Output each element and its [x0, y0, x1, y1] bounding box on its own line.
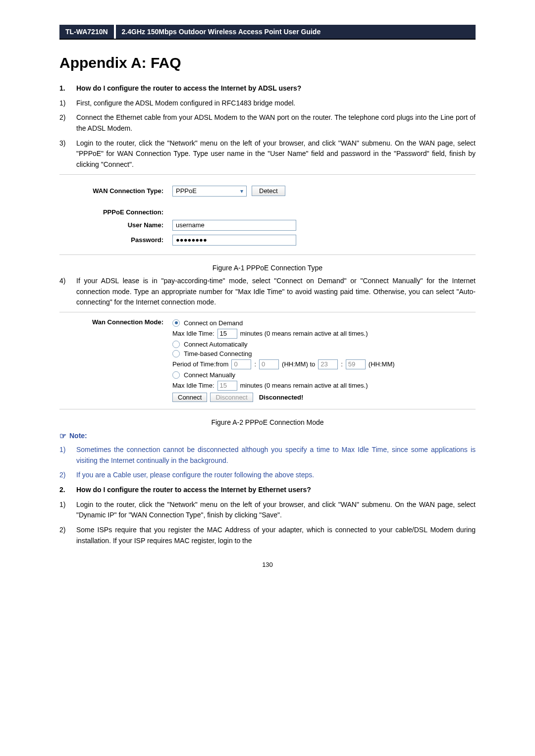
idle-suffix: minutes (0 means remain active at all ti… — [240, 382, 368, 389]
screenshot-pppoe-type: WAN Connection Type: PPPoE ▾ Detect PPPo… — [59, 174, 476, 255]
opt-label: Connect Automatically — [184, 341, 248, 348]
period-to-mm[interactable]: 59 — [346, 359, 366, 369]
figure-caption: Figure A-2 PPPoE Connection Mode — [59, 418, 476, 426]
disconnect-button[interactable]: Disconnect — [210, 393, 253, 402]
hhmm: (HH:MM) — [369, 360, 395, 368]
radio-time-based[interactable] — [172, 350, 180, 357]
radio-connect-on-demand[interactable] — [172, 319, 180, 327]
q2-num: 2. — [59, 485, 76, 496]
idle-suffix: minutes (0 means remain active at all ti… — [240, 330, 368, 337]
note-num: 2) — [59, 470, 76, 481]
username-label: User Name: — [64, 221, 172, 229]
radio-connect-auto[interactable] — [172, 341, 180, 348]
note-text: Sometimes the connection cannot be disco… — [76, 445, 476, 466]
page-header: TL-WA7210N 2.4GHz 150Mbps Outdoor Wirele… — [59, 25, 476, 40]
conn-mode-label: Wan Connection Mode: — [64, 317, 172, 404]
step-num: 3) — [59, 138, 76, 170]
wan-type-select[interactable]: PPPoE ▾ — [172, 186, 247, 197]
opt-label: Connect on Demand — [184, 319, 243, 327]
step-num: 4) — [59, 276, 76, 308]
detect-button[interactable]: Detect — [252, 186, 285, 196]
password-label: Password: — [64, 236, 172, 244]
status-disconnected: Disconnected! — [259, 394, 304, 401]
radio-connect-manually[interactable] — [172, 371, 180, 379]
page-title: Appendix A: FAQ — [59, 54, 476, 71]
pppoe-conn-label: PPPoE Connection: — [64, 208, 172, 216]
screenshot-pppoe-mode: Wan Connection Mode: Connect on Demand M… — [59, 312, 476, 409]
step-text: Login to the router, click the "Network"… — [76, 138, 476, 170]
period-from-hh[interactable]: 0 — [231, 359, 251, 369]
chevron-down-icon: ▾ — [240, 188, 243, 195]
note-text: If you are a Cable user, please configur… — [76, 470, 476, 481]
wan-type-label: WAN Connection Type: — [64, 187, 172, 195]
hhmm-to: (HH:MM) to — [282, 360, 315, 368]
step-num: 1) — [59, 500, 76, 521]
step-text: First, configure the ADSL Modem configur… — [76, 98, 476, 109]
step-text: Connect the Ethernet cable from your ADS… — [76, 112, 476, 134]
opt-label: Connect Manually — [184, 371, 235, 379]
page-number: 130 — [59, 561, 476, 568]
step-num: 2) — [59, 525, 76, 546]
step-num: 1) — [59, 98, 76, 109]
q1-num: 1. — [59, 83, 76, 94]
q1-text: How do I configure the router to access … — [76, 83, 476, 94]
period-label: Period of Time:from — [172, 360, 228, 368]
idle-label: Max Idle Time: — [172, 330, 214, 337]
step-text: If your ADSL lease is in "pay-according-… — [76, 276, 476, 308]
connect-button[interactable]: Connect — [172, 393, 207, 402]
header-model: TL-WA7210N — [59, 25, 114, 39]
username-input[interactable]: username — [172, 220, 296, 231]
q2-text: How do I configure the router to access … — [76, 485, 476, 496]
step-text: Some ISPs require that you register the … — [76, 525, 476, 546]
period-to-hh[interactable]: 23 — [318, 359, 338, 369]
header-title: 2.4GHz 150Mbps Outdoor Wireless Access P… — [116, 25, 476, 39]
figure-caption: Figure A-1 PPPoE Connection Type — [59, 264, 476, 272]
note-num: 1) — [59, 445, 76, 466]
hand-point-icon: ☞ — [59, 431, 66, 441]
note-heading: ☞ Note: — [59, 431, 476, 441]
period-from-mm[interactable]: 0 — [259, 359, 279, 369]
step-text: Login to the router, click the "Network"… — [76, 500, 476, 521]
opt-label: Time-based Connecting — [184, 350, 252, 357]
step-num: 2) — [59, 112, 76, 134]
wan-type-value: PPPoE — [176, 187, 197, 195]
password-input[interactable]: ●●●●●●●● — [172, 235, 296, 246]
max-idle-input-2[interactable]: 15 — [217, 381, 237, 391]
max-idle-input-1[interactable]: 15 — [217, 329, 237, 339]
idle-label: Max Idle Time: — [172, 382, 214, 389]
